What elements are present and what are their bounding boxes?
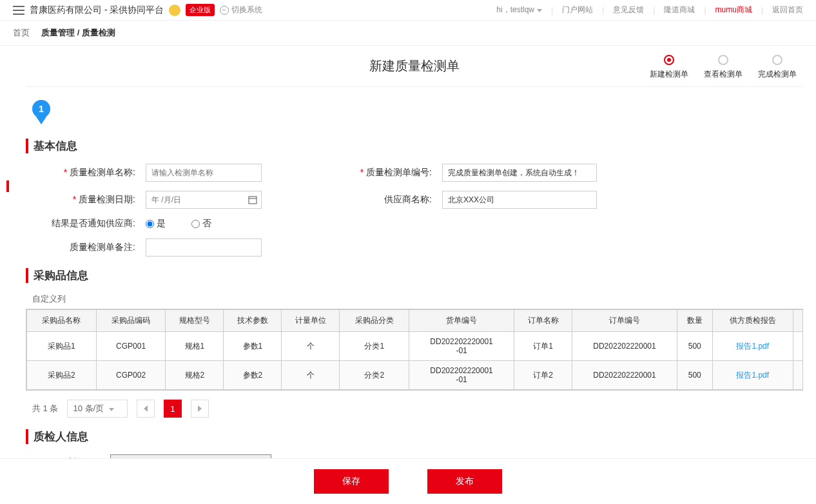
table-cell: 500 — [677, 361, 712, 390]
table-header: 供方质检报告 — [712, 310, 793, 332]
table-header: 订单编号 — [572, 310, 677, 332]
link-portal[interactable]: 门户网站 — [562, 5, 593, 15]
link-feedback[interactable]: 意见反馈 — [613, 5, 644, 15]
radio-no[interactable]: 否 — [191, 218, 211, 229]
table-cell: 订单1 — [514, 332, 572, 361]
pin-marker: 1 — [32, 100, 803, 126]
separator: | — [551, 6, 553, 15]
table-cell: 500 — [677, 332, 712, 361]
custom-columns-link[interactable]: 自定义列 — [32, 293, 803, 305]
publish-button[interactable]: 发布 — [427, 469, 502, 494]
table-header: 检测方式 — [793, 310, 803, 332]
table-cell: 规格1 — [166, 332, 224, 361]
table-cell: 参数1 — [224, 332, 282, 361]
step-circle-icon — [772, 55, 782, 65]
link-home[interactable]: 返回首页 — [772, 5, 803, 15]
table-cell: CGP001 — [96, 332, 166, 361]
radio-yes[interactable]: 是 — [146, 218, 166, 229]
table-cell: DD202202220001 — [572, 361, 677, 390]
link-mall2[interactable]: mumu商城 — [715, 5, 752, 15]
label-date: *质量检测日期: — [39, 194, 135, 206]
table-header: 货单编号 — [409, 310, 514, 332]
table-cell: 参数2 — [224, 361, 282, 390]
breadcrumb: 首页 质量管理 / 质量检测 — [0, 21, 816, 46]
purchase-table[interactable]: 采购品名称采购品编码规格型号技术参数计量单位采购品分类货单编号订单名称订单编号数… — [26, 309, 803, 391]
switch-system[interactable]: 切换系统 — [220, 5, 262, 15]
crumb-home[interactable]: 首页 — [13, 28, 30, 37]
menu-icon[interactable] — [13, 6, 24, 15]
switch-label: 切换系统 — [231, 5, 262, 15]
greeting[interactable]: hi，testlqw — [496, 5, 542, 15]
table-header: 数量 — [677, 310, 712, 332]
section-inspector: 质检人信息 — [26, 429, 803, 444]
table-cell: DD202202220001-01 — [409, 361, 514, 390]
table-cell — [793, 361, 803, 390]
step-indicator: 新建检测单 查看检测单 完成检测单 — [650, 55, 797, 80]
table-cell: 采购品1 — [27, 332, 97, 361]
brand-title: 普康医药有限公司 - 采供协同平台 — [30, 5, 164, 16]
switch-icon — [220, 6, 229, 15]
table-header: 技术参数 — [224, 310, 282, 332]
pager-total: 共 1 条 — [32, 403, 58, 414]
table-cell: DD202202220001 — [572, 332, 677, 361]
table-cell: 规格2 — [166, 361, 224, 390]
link-mall1[interactable]: 隆道商城 — [664, 5, 695, 15]
table-header: 规格型号 — [166, 310, 224, 332]
section-basic-info: 基本信息 — [26, 139, 803, 153]
input-date[interactable] — [146, 191, 262, 209]
pin-number: 1 — [32, 100, 50, 118]
table-cell: CGP002 — [96, 361, 166, 390]
table-cell: DD202202220001-01 — [409, 332, 514, 361]
medal-icon — [169, 5, 180, 16]
label-supplier: 供应商名称: — [335, 194, 432, 206]
table-cell: 分类1 — [340, 332, 409, 361]
label-notify: 结果是否通知供应商: — [39, 218, 135, 229]
input-name[interactable] — [146, 164, 262, 182]
input-code — [442, 164, 597, 182]
table-cell — [793, 332, 803, 361]
chevron-right-icon — [198, 405, 202, 412]
chevron-left-icon — [144, 405, 148, 412]
table-row: 采购品1CGP001规格1参数1个分类1DD202202220001-01订单1… — [27, 332, 804, 361]
enterprise-tag: 企业版 — [186, 4, 215, 16]
pager-page-1[interactable]: 1 — [164, 400, 182, 418]
table-cell: 采购品2 — [27, 361, 97, 390]
pager-prev[interactable] — [137, 400, 155, 418]
table-header: 采购品编码 — [96, 310, 166, 332]
crumb-l1[interactable]: 质量管理 — [41, 28, 75, 37]
input-remark[interactable] — [146, 238, 262, 257]
table-header: 订单名称 — [514, 310, 572, 332]
label-code: *质量检测单编号: — [335, 167, 432, 179]
label-remark: 质量检测单备注: — [39, 242, 135, 253]
step-finish[interactable]: 完成检测单 — [758, 55, 797, 80]
table-header: 采购品名称 — [27, 310, 97, 332]
table-header: 采购品分类 — [340, 310, 409, 332]
section-purchase-items: 采购品信息 — [26, 268, 803, 283]
step-view[interactable]: 查看检测单 — [704, 55, 743, 80]
pager-size-select[interactable]: 10 条/页 — [67, 400, 127, 418]
input-supplier — [442, 191, 597, 209]
table-row: 采购品2CGP002规格2参数2个分类2DD202202220001-01订单2… — [27, 361, 804, 390]
page-title: 新建质量检测单 — [369, 57, 460, 75]
report-link[interactable]: 报告1.pdf — [712, 361, 793, 390]
table-header: 计量单位 — [282, 310, 340, 332]
table-cell: 订单2 — [514, 361, 572, 390]
label-name: *质量检测单名称: — [39, 167, 135, 179]
crumb-l2: 质量检测 — [82, 28, 115, 37]
step-circle-icon — [718, 55, 728, 65]
step-create[interactable]: 新建检测单 — [650, 55, 688, 80]
table-cell: 个 — [282, 361, 340, 390]
save-button[interactable]: 保存 — [314, 469, 389, 494]
pager-next[interactable] — [191, 400, 209, 418]
report-link[interactable]: 报告1.pdf — [712, 332, 793, 361]
table-cell: 个 — [282, 332, 340, 361]
step-circle-icon — [664, 55, 674, 65]
chevron-down-icon — [109, 408, 114, 411]
table-cell: 分类2 — [340, 361, 409, 390]
left-edge-marker — [6, 180, 9, 192]
chevron-down-icon — [537, 9, 542, 12]
